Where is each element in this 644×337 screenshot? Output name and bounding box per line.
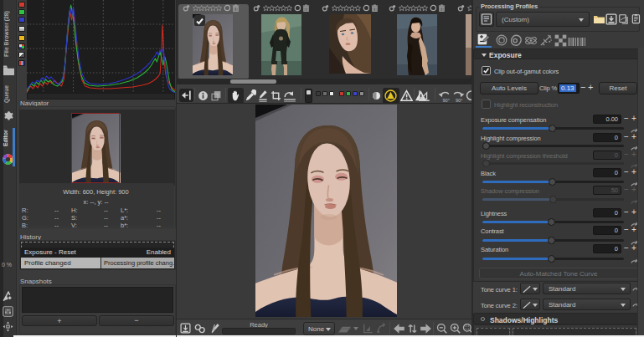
svg-text:90°: 90° bbox=[456, 98, 462, 103]
svg-text:90°: 90° bbox=[443, 98, 450, 103]
